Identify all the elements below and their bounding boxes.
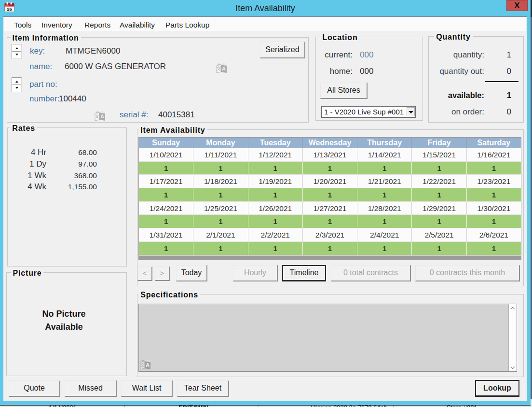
svg-text:A: A bbox=[222, 66, 226, 71]
svg-text:文: 文 bbox=[217, 66, 221, 71]
svg-text:A: A bbox=[146, 362, 150, 368]
svg-text:A: A bbox=[100, 113, 104, 119]
svg-text:26: 26 bbox=[7, 6, 12, 12]
svg-text:文: 文 bbox=[140, 363, 145, 367]
svg-text:文: 文 bbox=[95, 114, 99, 119]
